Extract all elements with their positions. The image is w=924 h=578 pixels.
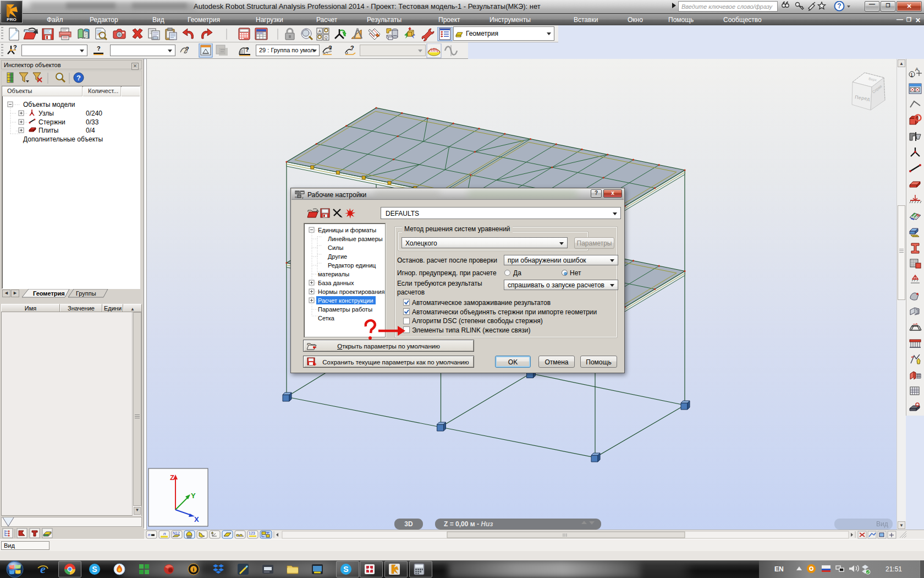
svg-text:X: X (194, 515, 199, 524)
svg-text:n: n (148, 532, 151, 537)
svg-text:Вид: Вид (876, 520, 888, 528)
svg-text:Q: Q (324, 36, 328, 40)
svg-text:S: S (343, 565, 348, 574)
svg-text:Z: Z (170, 473, 174, 482)
svg-text:e: e (40, 562, 46, 576)
svg-text:Y: Y (191, 492, 196, 500)
svg-text:?: ? (97, 45, 101, 52)
svg-text:Z = 0,00 м - Низ: Z = 0,00 м - Низ (444, 520, 493, 528)
svg-text:Стержни: Стержни (38, 118, 65, 126)
svg-text:0/4: 0/4 (86, 127, 95, 134)
svg-text:Редактор единиц: Редактор единиц (328, 262, 376, 269)
svg-text:База данных: База данных (318, 280, 354, 286)
svg-text:Силы: Силы (328, 244, 344, 251)
svg-text:материалы: материалы (318, 271, 349, 277)
svg-text:n: n (163, 531, 166, 536)
svg-text:0/33: 0/33 (86, 118, 99, 126)
svg-text:Группы: Группы (76, 290, 96, 297)
svg-text:Параметры работы: Параметры работы (318, 306, 372, 313)
svg-text:Плиты: Плиты (38, 127, 58, 134)
svg-text:?: ? (13, 44, 17, 51)
svg-text:Расчет конструкции: Расчет конструкции (318, 297, 373, 304)
svg-text:m: m (295, 195, 297, 199)
svg-text:A: A (318, 29, 321, 33)
svg-text:Линейные размеры: Линейные размеры (328, 236, 383, 242)
svg-text:21:51: 21:51 (886, 565, 902, 573)
svg-text:3D: 3D (404, 520, 413, 528)
svg-text:Другие: Другие (328, 253, 347, 260)
svg-text:?: ? (837, 2, 841, 10)
svg-text:?: ? (245, 46, 249, 53)
svg-text:?: ? (328, 45, 332, 51)
svg-text:Сетка: Сетка (318, 315, 335, 321)
svg-text:Узлы: Узлы (38, 110, 54, 117)
svg-text:Нормы проектирования: Нормы проектирования (318, 288, 384, 295)
svg-text:?: ? (185, 46, 189, 52)
svg-text:i: i (193, 566, 195, 572)
svg-text:Дополнительные объекты: Дополнительные объекты (23, 135, 103, 143)
svg-text:S: S (92, 565, 97, 574)
svg-text:1: 1 (910, 72, 913, 78)
svg-text:?: ? (76, 74, 81, 82)
svg-text:0/240: 0/240 (86, 110, 102, 117)
svg-text:N12: N12 (173, 531, 180, 535)
svg-text:A: A (915, 67, 919, 72)
svg-text:Геометрия: Геометрия (33, 290, 65, 297)
svg-text:?: ? (350, 45, 354, 51)
svg-text:Объекты модели: Объекты модели (23, 101, 75, 108)
svg-text:v: v (302, 196, 304, 199)
svg-text:Единицы и форматы: Единицы и форматы (318, 227, 376, 233)
svg-text:123: 123 (249, 531, 255, 535)
